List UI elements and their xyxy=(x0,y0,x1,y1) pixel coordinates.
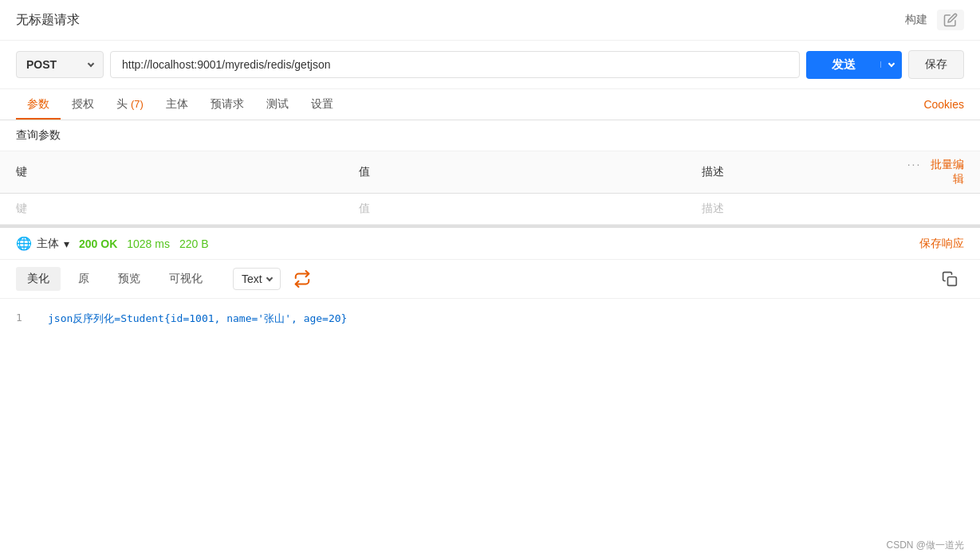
wrap-icon xyxy=(293,270,311,288)
response-chevron-icon: ▾ xyxy=(64,237,69,250)
resp-tab-visualize[interactable]: 可视化 xyxy=(158,267,214,291)
edit-button[interactable] xyxy=(937,10,964,30)
tab-body[interactable]: 主体 xyxy=(155,89,199,120)
wrap-toggle-button[interactable] xyxy=(287,266,317,292)
copy-icon xyxy=(942,271,958,287)
response-body: 1 json反序列化=Student{id=1001, name='张山', a… xyxy=(0,299,980,339)
param-key-input[interactable]: 键 xyxy=(0,194,343,225)
col-header-description: 描述 xyxy=(686,151,882,194)
build-label: 构建 xyxy=(905,13,927,27)
line-content: json反序列化=Student{id=1001, name='张山', age… xyxy=(48,312,347,326)
send-label: 发送 xyxy=(806,57,880,73)
method-label: POST xyxy=(26,58,57,71)
tab-prerequest[interactable]: 预请求 xyxy=(199,89,255,120)
batch-edit-button[interactable]: 批量编辑 xyxy=(931,158,964,185)
tab-auth[interactable]: 授权 xyxy=(61,89,105,120)
col-header-value: 值 xyxy=(343,151,686,194)
url-bar: POST 发送 保存 xyxy=(0,41,980,89)
table-row: 键 值 描述 xyxy=(0,194,980,225)
globe-icon: 🌐 xyxy=(16,236,32,251)
format-chevron-icon xyxy=(266,275,272,281)
col-header-actions: ··· 批量编辑 xyxy=(882,151,980,194)
resp-tab-preview[interactable]: 预览 xyxy=(107,267,152,291)
param-actions xyxy=(882,194,980,225)
tab-params[interactable]: 参数 xyxy=(16,89,61,120)
tab-settings[interactable]: 设置 xyxy=(300,89,344,120)
edit-icon xyxy=(943,13,958,27)
tab-tests[interactable]: 测试 xyxy=(255,89,300,120)
params-table: 键 值 描述 ··· 批量编辑 键 值 描述 xyxy=(0,151,980,225)
response-section: 🌐 主体 ▾ 200 OK 1028 ms 220 B 保存响应 美化 原 预览… xyxy=(0,225,980,339)
line-text: json反序列化=Student{id=1001, name='张山', age… xyxy=(48,312,347,324)
svg-rect-0 xyxy=(948,277,957,286)
send-button[interactable]: 发送 xyxy=(806,51,902,79)
tabs-bar: 参数 授权 头 (7) 主体 预请求 测试 设置 Cookies xyxy=(0,89,980,120)
send-dropdown-icon[interactable] xyxy=(880,61,902,68)
copy-button[interactable] xyxy=(935,267,964,291)
cookies-link[interactable]: Cookies xyxy=(923,98,964,111)
params-section-header: 查询参数 xyxy=(0,120,980,151)
response-line: 1 json反序列化=Student{id=1001, name='张山', a… xyxy=(16,312,964,326)
save-button[interactable]: 保存 xyxy=(908,50,964,79)
top-bar-right: 构建 xyxy=(905,10,964,30)
method-chevron-icon xyxy=(88,61,94,67)
url-input[interactable] xyxy=(110,51,800,78)
response-size: 220 B xyxy=(179,237,209,250)
response-toolbar: 美化 原 预览 可视化 Text xyxy=(0,260,980,299)
resp-tab-pretty[interactable]: 美化 xyxy=(16,267,61,291)
param-desc-input[interactable]: 描述 xyxy=(686,194,882,225)
page-title: 无标题请求 xyxy=(16,12,80,29)
col-header-key: 键 xyxy=(0,151,343,194)
send-chevron-icon xyxy=(888,61,895,67)
save-response-button[interactable]: 保存响应 xyxy=(919,237,964,251)
method-selector[interactable]: POST xyxy=(16,51,104,78)
response-header: 🌐 主体 ▾ 200 OK 1028 ms 220 B 保存响应 xyxy=(0,228,980,260)
response-title[interactable]: 🌐 主体 ▾ xyxy=(16,236,69,251)
top-bar: 无标题请求 构建 xyxy=(0,0,980,41)
more-icon[interactable]: ··· xyxy=(907,158,922,171)
param-value-input[interactable]: 值 xyxy=(343,194,686,225)
line-number: 1 xyxy=(16,312,32,326)
status-badge: 200 OK xyxy=(79,237,117,250)
resp-tab-raw[interactable]: 原 xyxy=(67,267,100,291)
tab-headers[interactable]: 头 (7) xyxy=(105,89,155,120)
response-time: 1028 ms xyxy=(127,237,170,250)
format-selector[interactable]: Text xyxy=(233,268,281,290)
